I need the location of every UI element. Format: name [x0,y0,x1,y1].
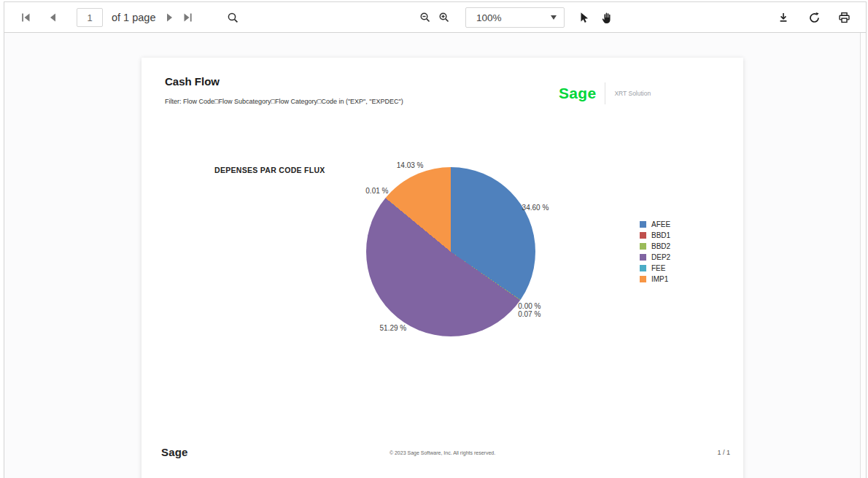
first-page-icon [20,12,31,23]
legend-swatch [640,243,646,250]
legend-item: DEP2 [640,252,670,263]
pie-slice-label: 34.60 % [522,203,549,211]
download-button[interactable] [775,8,791,27]
legend-label: DEP2 [651,253,670,261]
viewer-toolbar: of 1 page 100% [4,2,866,33]
zoom-level-value: 100% [476,12,502,23]
chart-title: DEPENSES PAR CODE FLUX [214,166,325,174]
brand-block: Sage XRT Solution [559,82,651,104]
refresh-icon [808,12,821,24]
actions-group [775,2,852,33]
pan-tool-button[interactable] [599,8,615,27]
print-icon [838,12,850,24]
legend-swatch [640,232,646,239]
report-page: Cash Flow Filter: Flow Code□Flow Subcate… [142,58,743,478]
pie-slice-label: 0.07 % [518,309,540,317]
legend-swatch [640,221,646,228]
pie-chart [366,167,535,336]
previous-page-icon [47,12,58,23]
chevron-down-icon [551,15,557,20]
pie-slice-label: 0.01 % [365,187,388,195]
legend-label: FEE [651,264,665,272]
legend-item: BBD1 [640,230,670,241]
legend-swatch [640,265,646,271]
document-viewport[interactable]: Cash Flow Filter: Flow Code□Flow Subcate… [4,33,866,478]
legend-label: IMP1 [651,275,668,283]
pie-slice-label: 51.29 % [380,323,407,331]
first-page-button[interactable] [18,8,34,27]
previous-page-button[interactable] [44,8,61,27]
print-button[interactable] [836,8,852,27]
legend-label: BBD2 [651,242,670,250]
legend-item: AFEE [640,219,670,230]
zoom-out-icon [419,12,431,23]
pie-slice-label: 14.03 % [397,161,424,169]
last-page-icon [182,12,193,23]
legend-swatch [640,254,646,261]
download-icon [778,12,789,23]
next-page-icon [164,12,175,23]
page-indicator: 1 / 1 [717,449,730,456]
report-title: Cash Flow [165,75,220,88]
zoom-tools-group: 100% [417,2,615,33]
zoom-out-button[interactable] [417,8,433,27]
legend-item: BBD2 [640,241,670,252]
pan-hand-icon [601,12,613,24]
report-filter-text: Filter: Flow Code□Flow Subcategory□Flow … [165,98,403,105]
vertical-scrollbar[interactable] [860,33,866,478]
search-icon [227,12,239,24]
sage-logo: Sage [559,85,596,102]
pie-slice-label: 0.00 % [518,301,540,309]
search-button[interactable] [225,8,241,27]
legend-label: AFEE [651,220,670,228]
last-page-button[interactable] [179,8,195,27]
legend-item: IMP1 [640,274,670,285]
legend-label: BBD1 [651,231,670,239]
pointer-arrow-icon [578,12,589,23]
page-footer: Sage © 2023 Sage Software, Inc. All righ… [142,444,743,462]
legend-item: FEE [640,263,670,274]
refresh-button[interactable] [806,8,822,27]
page-number-input[interactable] [77,8,103,27]
copyright-text: © 2023 Sage Software, Inc. All rights re… [142,450,743,455]
chart-legend: AFEEBBD1BBD2DEP2FEEIMP1 [640,219,670,285]
zoom-in-icon [438,12,450,23]
brand-product-label: XRT Solution [614,90,651,97]
pagination-group: of 1 page [4,2,241,33]
report-viewer-window: of 1 page 100% [4,1,867,478]
zoom-level-select[interactable]: 100% [465,7,565,28]
pointer-select-button[interactable] [576,8,592,27]
zoom-in-button[interactable] [436,8,452,27]
next-page-button[interactable] [161,8,177,27]
page-count-label: of 1 page [112,12,155,23]
brand-divider [605,82,605,104]
legend-swatch [640,276,646,282]
